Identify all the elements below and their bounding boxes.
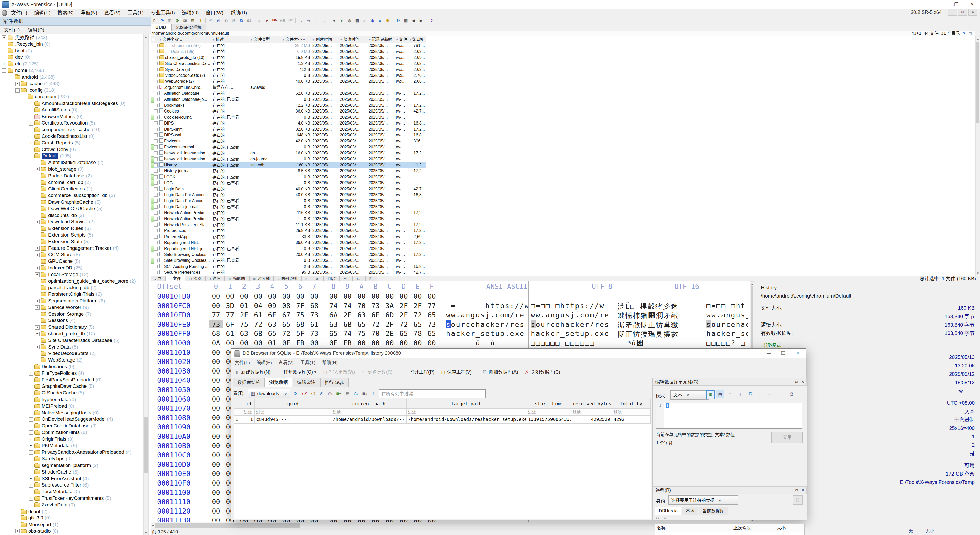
hex-byte[interactable]: 00: [223, 292, 237, 300]
hex-byte[interactable]: 00: [279, 292, 293, 300]
file-row-heavy-ad-intervention-[interactable]: heavy_ad_intervention...存在的db16.0 KB2025…: [151, 150, 426, 156]
save-cell-icon[interactable]: ◫: [737, 391, 745, 398]
row-checkbox[interactable]: [154, 116, 158, 119]
expand-icon[interactable]: +: [29, 444, 33, 448]
tree-item--recycle-bin[interactable]: −.Recycle_bin(0): [2, 41, 50, 48]
folder-icon[interactable]: ▱: [312, 276, 324, 282]
hex-byte[interactable]: 78: [410, 330, 425, 338]
collapse-icon[interactable]: −: [9, 75, 13, 79]
global-filter-input[interactable]: 在所有列中过滤: [379, 389, 486, 398]
grid-column-id[interactable]: id: [242, 399, 255, 409]
expand-icon[interactable]: +: [2, 62, 6, 66]
minimize-button[interactable]: —: [932, 0, 948, 9]
hex-byte[interactable]: 72: [410, 311, 425, 319]
apply-button[interactable]: 应用: [772, 432, 803, 443]
tree-item-crash-reports[interactable]: +Crash Reports(5): [29, 140, 80, 146]
db-menu-item[interactable]: 编辑(E): [253, 358, 275, 367]
expand-icon[interactable]: +: [29, 496, 33, 500]
row-checkbox[interactable]: [154, 235, 158, 238]
hex-byte[interactable]: 5F: [293, 330, 307, 338]
row-checkbox[interactable]: [154, 92, 158, 95]
hex-byte[interactable]: 00: [237, 339, 251, 347]
dock-close-icon[interactable]: ✕: [801, 488, 804, 492]
calculator-icon[interactable]: ▦: [353, 17, 361, 24]
hex-byte[interactable]: 73: [209, 321, 223, 329]
hex-byte[interactable]: 2F: [383, 321, 396, 329]
grid-column-start_time[interactable]: start_time: [527, 399, 571, 409]
column-header-文件大小[interactable]: ▼文件大小 ▼: [281, 36, 311, 42]
save-project-button[interactable]: ◫保存工程(V): [438, 367, 475, 377]
tree-item-origintrials[interactable]: +OriginTrials(3): [29, 436, 74, 442]
link-icon[interactable]: ▭: [767, 391, 775, 398]
menu-item[interactable]: 文件(F): [8, 9, 30, 17]
hex-byte[interactable]: 77: [209, 311, 223, 319]
remote-column-大小[interactable]: 大小: [775, 524, 804, 532]
remote-tab-DBHub.io[interactable]: DBHub.io: [655, 507, 681, 515]
file-row-network-persistent-sta-[interactable]: Network Persistent Sta...存在的11.1 KB2025/…: [151, 222, 426, 227]
grid-column-target_path[interactable]: target_path: [407, 399, 527, 409]
grid-filter-target_path[interactable]: 过滤: [407, 409, 527, 416]
mail-icon[interactable]: ✉: [181, 17, 189, 24]
tree-item-obs-studio[interactable]: +obs-studio(6): [15, 528, 58, 535]
tree-item-zxcvbndata[interactable]: −ZxcvbnData(0): [29, 502, 75, 508]
tree-item-grshadercache[interactable]: −GrShaderCache(5): [29, 390, 84, 396]
tree-item-sync-data[interactable]: +Sync Data(5): [35, 344, 78, 350]
menu-item[interactable]: 搜索(S): [54, 9, 77, 17]
tree-item-budgetdatabase[interactable]: −BudgetDatabase(2): [35, 173, 92, 179]
tree-item-autofillstrikedatabase[interactable]: −AutofillStrikeDatabase(2): [35, 159, 103, 166]
tree-item-tpcdmetadata[interactable]: −TpcdMetadata(0): [29, 488, 80, 495]
hex-byte[interactable]: 73: [307, 311, 321, 319]
row-checkbox[interactable]: [154, 193, 158, 197]
hex-byte[interactable]: 68: [293, 321, 307, 329]
grid-filter-start_time[interactable]: 过滤: [527, 409, 571, 416]
hex-byte[interactable]: 68: [307, 302, 321, 310]
hex-byte[interactable]: 74: [326, 302, 340, 310]
table-select[interactable]: ▦downloads ∨: [248, 389, 290, 398]
save-as-icon[interactable]: ⎘: [747, 391, 755, 398]
row-checkbox[interactable]: [154, 205, 158, 209]
hex-byte[interactable]: 00: [265, 292, 279, 300]
case-menu-item[interactable]: 编辑(D): [24, 27, 48, 32]
db-menu-item[interactable]: 帮助(H): [319, 358, 341, 367]
tree-item-gpucache[interactable]: −GPUCache(5): [35, 258, 80, 265]
tree-item--config[interactable]: −.config(318): [15, 87, 56, 94]
dock-float-icon[interactable]: ⧉: [795, 488, 798, 492]
grid-cell-current_path[interactable]: /home/android/Downloads/···: [331, 416, 407, 424]
expand-icon[interactable]: +: [35, 246, 40, 251]
hex-byte[interactable]: 6B: [251, 330, 265, 338]
collapse-icon[interactable]: −: [29, 154, 33, 159]
row-checkbox[interactable]: [154, 163, 158, 167]
clone-db-button[interactable]: ⎘: [793, 495, 803, 505]
hex-byte[interactable]: 63: [355, 311, 369, 319]
forward-icon[interactable]: →: [320, 17, 327, 24]
file-row--default-195-[interactable]: . = Default (195)存在的6.9 MB2025/05/...202…: [151, 48, 426, 54]
menu-item[interactable]: 查看(V): [101, 9, 124, 17]
hex-byte[interactable]: 00: [251, 292, 265, 300]
tree-item-component-crx-cache[interactable]: −component_crx_cache(10): [29, 126, 100, 133]
lock-icon[interactable]: ▦a: [361, 390, 369, 397]
menu-item[interactable]: 导航(N): [77, 9, 101, 17]
tree-item-local-storage[interactable]: +Local Storage(12): [35, 271, 88, 278]
tree-item-shared-dictionary[interactable]: +Shared Dictionary(5): [35, 324, 94, 330]
row-checkbox[interactable]: [154, 74, 158, 77]
tree-item-site-characteristics-database[interactable]: −Site Characteristics Database(5): [35, 337, 120, 344]
hex-byte[interactable]: 00: [307, 292, 321, 300]
expand-icon[interactable]: +: [29, 483, 33, 487]
grid-cell-received_bytes[interactable]: 4292529: [571, 416, 612, 424]
hex-byte[interactable]: 00: [209, 516, 223, 522]
tree-item-privacysandboxattestationspreloaded[interactable]: +PrivacySandboxAttestationsPreloaded(4): [29, 449, 131, 456]
hex-byte[interactable]: 00: [383, 339, 396, 347]
case-menu-item[interactable]: 文件(L): [0, 27, 24, 32]
hex-byte[interactable]: 75: [355, 330, 369, 338]
file-row-network-action-predic-[interactable]: Network Action Predic...存在的116 KB2025/05…: [151, 210, 426, 216]
file-row-login-data-for-accou-[interactable]: Login Data For Accou...存在的, 已查看0 B2025/0…: [151, 198, 426, 203]
hex-byte[interactable]: 00: [355, 292, 369, 300]
filter-funnel-icon[interactable]: ▼: [250, 38, 253, 41]
collapse-icon[interactable]: −: [2, 68, 6, 73]
tree-item-session-storage[interactable]: −Session Storage(7): [35, 311, 91, 318]
hex-byte[interactable]: 00: [223, 339, 237, 347]
hex-byte[interactable]: 72: [396, 321, 410, 329]
row-checkbox[interactable]: [154, 79, 158, 83]
file-row-safe-browsing-cookies[interactable]: Safe Browsing Cookies存在的20.0 KB2025/05/.…: [151, 252, 426, 257]
tab-2025FIC手机[interactable]: 2025FIC手机: [172, 24, 207, 31]
